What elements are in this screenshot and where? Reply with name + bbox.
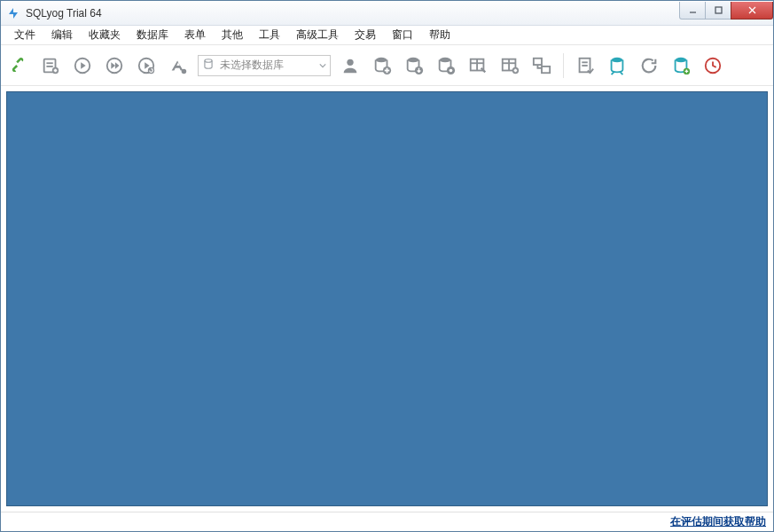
schedule-icon[interactable] xyxy=(700,53,725,78)
table-add-icon[interactable] xyxy=(497,53,522,78)
svg-point-41 xyxy=(676,57,687,62)
menu-file[interactable]: 文件 xyxy=(6,25,43,45)
database-selector-text: 未选择数据库 xyxy=(220,58,284,73)
window-title: SQLyog Trial 64 xyxy=(26,7,680,20)
svg-point-40 xyxy=(612,57,623,62)
document-check-icon[interactable] xyxy=(573,53,598,78)
svg-point-15 xyxy=(205,59,212,63)
db-add-icon[interactable] xyxy=(370,53,395,78)
menu-table[interactable]: 表单 xyxy=(176,25,214,45)
menu-advtools[interactable]: 高级工具 xyxy=(288,25,347,45)
menu-database[interactable]: 数据库 xyxy=(129,25,176,45)
chevron-down-icon xyxy=(319,59,326,72)
db-sync-icon[interactable] xyxy=(605,53,629,78)
menu-tools[interactable]: 工具 xyxy=(251,25,288,45)
menu-window[interactable]: 窗口 xyxy=(384,25,421,45)
close-button[interactable] xyxy=(731,2,773,20)
maximize-button[interactable] xyxy=(705,2,731,20)
svg-rect-1 xyxy=(715,7,722,13)
svg-point-21 xyxy=(408,57,419,62)
menu-help[interactable]: 帮助 xyxy=(421,25,458,45)
menu-other[interactable]: 其他 xyxy=(214,25,251,45)
db-import-icon[interactable] xyxy=(668,53,693,78)
svg-point-13 xyxy=(148,66,154,73)
svg-point-23 xyxy=(440,57,451,62)
eval-help-link[interactable]: 在评估期间获取帮助 xyxy=(670,514,766,529)
execute-icon[interactable] xyxy=(70,53,95,78)
svg-point-17 xyxy=(376,57,387,62)
format-icon[interactable] xyxy=(166,53,191,78)
svg-rect-35 xyxy=(534,58,542,64)
connect-icon[interactable] xyxy=(6,53,31,78)
titlebar: SQLyog Trial 64 xyxy=(1,1,773,26)
app-icon xyxy=(6,6,20,20)
new-query-icon[interactable] xyxy=(38,53,63,78)
database-icon xyxy=(202,58,215,73)
menu-transaction[interactable]: 交易 xyxy=(347,25,384,45)
table-edit-icon[interactable] xyxy=(465,53,490,78)
svg-point-14 xyxy=(182,68,187,74)
svg-rect-36 xyxy=(542,66,550,72)
table-link-icon[interactable] xyxy=(529,53,554,78)
db-settings-icon[interactable] xyxy=(434,53,458,78)
execute-all-icon[interactable] xyxy=(102,53,127,78)
execute-refresh-icon[interactable] xyxy=(134,53,159,78)
window-controls xyxy=(680,2,773,20)
toolbar-separator xyxy=(563,53,564,78)
refresh-icon[interactable] xyxy=(637,53,661,78)
svg-point-25 xyxy=(450,68,453,72)
menubar: 文件 编辑 收藏夹 数据库 表单 其他 工具 高级工具 交易 窗口 帮助 xyxy=(1,26,773,45)
db-down-icon[interactable] xyxy=(402,53,426,78)
database-selector[interactable]: 未选择数据库 xyxy=(198,55,331,76)
workspace-area xyxy=(6,91,768,506)
toolbar: 未选择数据库 xyxy=(1,45,773,86)
menu-edit[interactable]: 编辑 xyxy=(43,25,81,45)
menu-favorites[interactable]: 收藏夹 xyxy=(81,25,129,45)
svg-point-16 xyxy=(347,59,353,65)
minimize-button[interactable] xyxy=(679,2,706,20)
user-icon[interactable] xyxy=(338,53,363,78)
statusbar: 在评估期间获取帮助 xyxy=(1,512,773,531)
